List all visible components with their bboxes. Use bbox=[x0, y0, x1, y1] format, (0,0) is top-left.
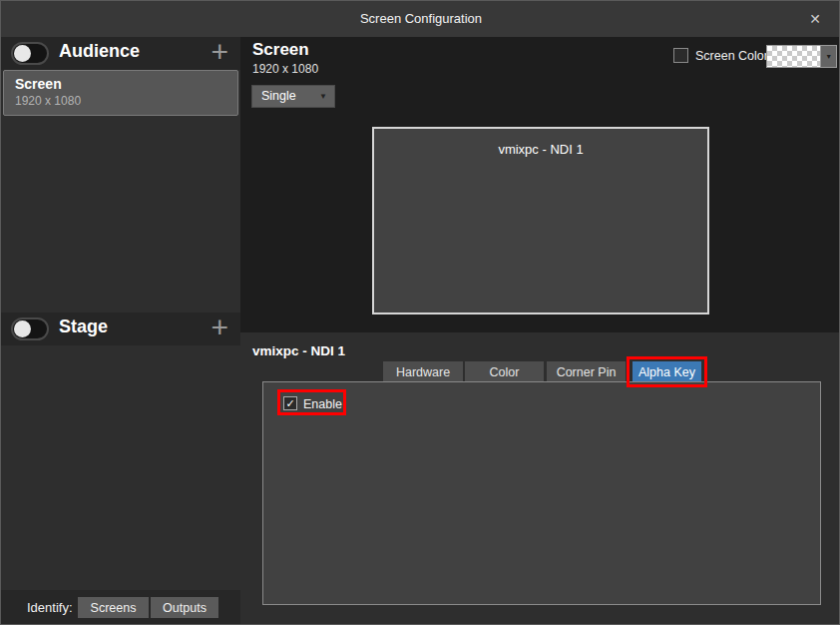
audience-section-label: Audience bbox=[59, 41, 140, 62]
stage-section-label: Stage bbox=[59, 316, 108, 337]
add-stage-screen-icon[interactable]: + bbox=[210, 310, 228, 345]
screen-list-item[interactable]: Screen 1920 x 1080 bbox=[3, 70, 238, 116]
audience-section-header: Audience + bbox=[1, 37, 240, 70]
layout-mode-value: Single bbox=[261, 89, 296, 103]
screen-configuration-dialog: Screen Configuration ✕ Audience + Screen… bbox=[0, 0, 840, 625]
close-icon[interactable]: ✕ bbox=[801, 1, 829, 37]
sidebar: Audience + Screen 1920 x 1080 Stage + Id… bbox=[1, 37, 240, 625]
screen-item-title: Screen bbox=[15, 76, 226, 92]
tab-corner-pin[interactable]: Corner Pin bbox=[547, 361, 626, 383]
identify-bar: Identify: Screens Outputs bbox=[1, 590, 240, 625]
enable-label: Enable bbox=[303, 397, 342, 411]
tab-alpha-key[interactable]: Alpha Key bbox=[632, 361, 701, 382]
window-title: Screen Configuration bbox=[1, 1, 840, 37]
identify-screens-button[interactable]: Screens bbox=[78, 597, 149, 618]
source-title: vmixpc - NDI 1 bbox=[252, 343, 345, 358]
preview-source-label: vmixpc - NDI 1 bbox=[498, 142, 583, 157]
screen-color-swatch-dropdown[interactable]: ▼ bbox=[766, 45, 837, 68]
tab-hardware[interactable]: Hardware bbox=[383, 361, 463, 383]
screen-resolution: 1920 x 1080 bbox=[252, 62, 318, 76]
screen-color-checkbox[interactable] bbox=[673, 48, 688, 63]
title-bar: Screen Configuration ✕ bbox=[1, 1, 840, 37]
screen-item-resolution: 1920 x 1080 bbox=[15, 94, 226, 108]
screen-color-label: Screen Color bbox=[695, 49, 768, 63]
stage-toggle[interactable] bbox=[11, 317, 49, 340]
toggle-knob bbox=[14, 320, 31, 337]
screen-preview-section: Screen 1920 x 1080 Screen Color ▼ Single… bbox=[240, 37, 840, 332]
identify-label: Identify: bbox=[27, 600, 73, 615]
toggle-knob bbox=[14, 45, 31, 62]
enable-checkbox[interactable]: ✓ bbox=[283, 396, 297, 410]
chevron-down-icon: ▼ bbox=[319, 86, 327, 107]
audience-toggle[interactable] bbox=[11, 42, 49, 65]
stage-section-header: Stage + bbox=[1, 312, 240, 345]
transparency-swatch bbox=[767, 46, 820, 67]
chevron-down-icon: ▼ bbox=[820, 46, 836, 67]
screen-preview-box: vmixpc - NDI 1 bbox=[372, 127, 709, 314]
screen-title: Screen bbox=[252, 40, 309, 60]
alpha-key-panel: ✓ Enable bbox=[262, 381, 821, 605]
identify-outputs-button[interactable]: Outputs bbox=[151, 597, 218, 618]
add-audience-screen-icon[interactable]: + bbox=[210, 34, 228, 70]
layout-mode-dropdown[interactable]: Single ▼ bbox=[251, 85, 335, 108]
source-detail-section: vmixpc - NDI 1 Hardware Color Corner Pin… bbox=[240, 332, 840, 625]
tab-color[interactable]: Color bbox=[465, 361, 544, 383]
